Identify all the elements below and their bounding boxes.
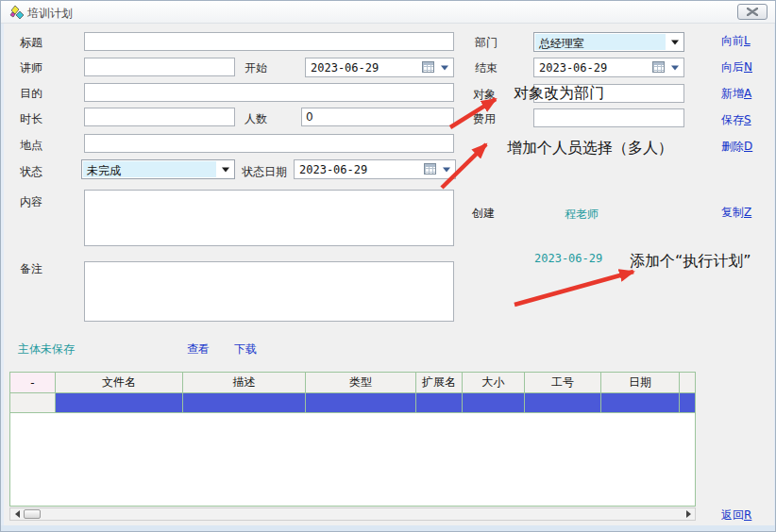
calendar-icon [422, 61, 434, 73]
column-header-employee-id[interactable]: 工号 [525, 373, 601, 393]
training-plan-window: 培训计划 标题 讲师 开始 2023-06-29 目的 时长 人数 地点 状态 … [0, 0, 776, 532]
column-header-size[interactable]: 大小 [463, 373, 525, 393]
table-header-row: - 文件名 描述 类型 扩展名 大小 工号 日期 [10, 373, 695, 393]
department-value: 总经理室 [539, 36, 584, 52]
department-dropdown[interactable]: 总经理室 [533, 32, 684, 52]
annotation-target-note: 对象改为部门 [514, 84, 604, 104]
status-date-label: 状态日期 [242, 165, 287, 178]
created-date: 2023-06-29 [534, 252, 602, 265]
end-date-value: 2023-06-29 [539, 61, 607, 75]
calendar-icon [424, 163, 436, 175]
created-label: 创建 [472, 207, 495, 220]
table-cell[interactable] [306, 393, 416, 413]
table-cell[interactable] [525, 393, 601, 413]
close-button[interactable] [737, 4, 768, 20]
start-label: 开始 [245, 61, 267, 75]
window-frame-bottom [1, 525, 776, 532]
column-header-row-indicator[interactable]: - [10, 373, 56, 393]
forward-button[interactable]: 向前L [721, 33, 751, 49]
column-header-description[interactable]: 描述 [183, 373, 306, 393]
purpose-input[interactable] [84, 83, 454, 102]
scrollbar-thumb[interactable] [24, 509, 41, 519]
end-label: 结束 [475, 61, 498, 75]
close-icon [747, 8, 758, 16]
calendar-icon [652, 61, 665, 73]
column-header-filename[interactable]: 文件名 [56, 373, 183, 393]
table-cell[interactable] [601, 393, 680, 413]
titlebar: 培训计划 [1, 1, 776, 24]
scroll-right-button[interactable] [682, 508, 695, 520]
department-label: 部门 [475, 36, 498, 49]
triangle-right-icon [686, 510, 691, 518]
start-date-value: 2023-06-29 [311, 61, 379, 75]
column-header-type[interactable]: 类型 [306, 373, 416, 393]
table-cell[interactable] [183, 393, 306, 413]
status-dropdown[interactable]: 未完成 [81, 159, 235, 179]
attachment-table: - 文件名 描述 类型 扩展名 大小 工号 日期 [9, 372, 696, 507]
column-header-extension[interactable]: 扩展名 [416, 373, 463, 393]
window-frame-left [1, 24, 4, 525]
download-button[interactable]: 下载 [234, 341, 257, 357]
table-cell[interactable] [463, 393, 525, 413]
status-date-picker[interactable]: 2023-06-29 [294, 159, 456, 179]
view-button[interactable]: 查看 [187, 341, 210, 357]
table-cell[interactable] [56, 393, 183, 413]
headcount-input[interactable] [301, 108, 454, 126]
start-date-picker[interactable]: 2023-06-29 [305, 58, 454, 77]
remark-label: 备注 [20, 262, 42, 275]
unsaved-status-text: 主体未保存 [18, 341, 75, 357]
chevron-down-icon[interactable] [671, 65, 679, 70]
backward-button[interactable]: 向后N [721, 59, 752, 75]
annotation-member-note: 增加个人员选择（多人） [507, 139, 673, 158]
arrow-to-plan-note [515, 272, 633, 305]
table-cell[interactable] [680, 393, 695, 413]
location-input[interactable] [84, 134, 454, 153]
table-cell[interactable] [416, 393, 463, 413]
add-button[interactable]: 新增A [721, 86, 751, 102]
chevron-down-icon[interactable] [671, 40, 679, 44]
row-indicator-cell[interactable] [10, 393, 56, 413]
column-header-date[interactable]: 日期 [601, 373, 680, 393]
purpose-label: 目的 [20, 87, 42, 100]
cost-input[interactable] [533, 108, 684, 127]
window-icon [8, 5, 25, 20]
duration-label: 时长 [20, 112, 42, 125]
scroll-left-button[interactable] [10, 508, 24, 520]
save-button[interactable]: 保存S [721, 112, 751, 128]
annotation-plan-note: 添加个“执行计划” [630, 252, 751, 272]
headcount-label: 人数 [245, 112, 267, 125]
selected-empty-row[interactable] [10, 393, 695, 413]
status-value: 未完成 [87, 163, 121, 179]
title-input[interactable] [84, 32, 454, 51]
creator-name: 程老师 [565, 207, 599, 223]
status-label: 状态 [20, 165, 42, 178]
location-label: 地点 [20, 139, 42, 152]
duration-input[interactable] [84, 108, 235, 126]
chevron-down-icon[interactable] [441, 65, 448, 70]
end-date-picker[interactable]: 2023-06-29 [533, 58, 684, 77]
target-label: 对象 [473, 88, 496, 101]
back-button[interactable]: 返回R [721, 507, 751, 524]
title-label: 标题 [20, 36, 42, 49]
copy-button[interactable]: 复制Z [721, 205, 751, 221]
lecturer-label: 讲师 [20, 61, 42, 75]
delete-button[interactable]: 删除D [721, 139, 752, 155]
horizontal-scrollbar[interactable] [9, 507, 696, 521]
chevron-down-icon[interactable] [222, 167, 229, 172]
lecturer-input[interactable] [84, 58, 235, 76]
content-textarea[interactable] [84, 190, 454, 246]
chevron-down-icon[interactable] [443, 167, 450, 172]
triangle-left-icon [15, 510, 20, 518]
content-label: 内容 [20, 195, 42, 208]
cost-label: 费用 [473, 112, 496, 125]
status-date-value: 2023-06-29 [299, 163, 367, 176]
column-header-empty[interactable] [680, 373, 695, 393]
window-title: 培训计划 [27, 6, 73, 22]
remark-textarea[interactable] [84, 261, 454, 322]
